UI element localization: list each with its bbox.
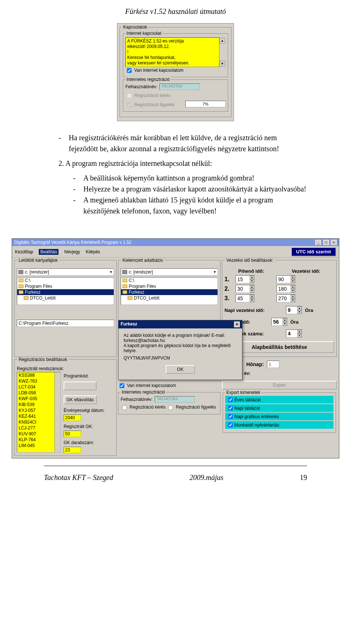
up-icon[interactable]: ▲ bbox=[291, 276, 295, 279]
exp-grafikus[interactable]: Napi grafikus értékelés bbox=[225, 413, 333, 420]
felhasznalonev-input[interactable]: TACHOTAX bbox=[159, 83, 200, 90]
dash-icon: - bbox=[58, 132, 63, 154]
list-item[interactable]: KIB-539 bbox=[17, 402, 60, 407]
bullet-2: Helyezze be a program vásárlaskor kapott… bbox=[83, 183, 307, 194]
folder-icon bbox=[24, 296, 29, 300]
exp-munkaido[interactable]: Munkaidő nyilvántartás bbox=[225, 421, 333, 429]
folder-c[interactable]: C:\ bbox=[25, 278, 30, 283]
regk-checkbox-2[interactable] bbox=[122, 405, 127, 410]
list-item[interactable]: KLP-764 bbox=[17, 437, 60, 443]
list-item[interactable]: KSS388 bbox=[17, 372, 60, 378]
regk-label-2: Regisztráció kérés bbox=[129, 405, 166, 410]
van-internet-checkbox[interactable] bbox=[127, 68, 132, 73]
utc-button[interactable]: UTC idő szerint bbox=[291, 247, 336, 256]
message-box: A FÜRKÉSZ 1.52-es verziója elkészült! 20… bbox=[125, 37, 219, 67]
van-internet-check-2[interactable]: Van internet kapcsolatom bbox=[118, 382, 220, 389]
down-icon[interactable]: ▼ bbox=[291, 279, 295, 283]
reggk-label: Regisztrált GK: bbox=[64, 424, 107, 429]
vezetesi-1-input[interactable]: 90▲▼ bbox=[276, 275, 295, 283]
maximize-icon[interactable]: □ bbox=[323, 240, 329, 245]
minimize-icon[interactable]: _ bbox=[315, 240, 321, 245]
scroll-up-icon[interactable]: ▲ bbox=[219, 38, 225, 44]
scroll-down-icon[interactable]: ▼ bbox=[219, 61, 225, 67]
dialog-close-icon[interactable]: × bbox=[234, 321, 240, 327]
folder-list-mid[interactable]: C:\ Program Files Furkesz DTCO_Letölt bbox=[121, 277, 218, 305]
list-item[interactable]: LCJ-277 bbox=[17, 425, 60, 431]
internetes-reg-label-2: Internetes regisztráció bbox=[121, 390, 166, 395]
erveny-label: Érvényességi dátum: bbox=[64, 408, 107, 413]
list-item[interactable]: KUV-907 bbox=[17, 431, 60, 437]
regf-checkbox-2[interactable] bbox=[168, 405, 173, 410]
internetes-reg-group-2: Internetes regisztráció Felhasználónév: … bbox=[118, 392, 220, 414]
msg-line: ! bbox=[127, 49, 218, 55]
regk-check-2[interactable]: Regisztráció kérés bbox=[121, 405, 167, 410]
dash-icon: - bbox=[73, 172, 78, 183]
list-item[interactable]: LCT-034 bbox=[17, 384, 60, 390]
piheno-3-input[interactable]: 45▲▼ bbox=[235, 294, 254, 302]
list-item[interactable]: KWZ-763 bbox=[17, 378, 60, 384]
down-icon[interactable]: ▼ bbox=[250, 279, 254, 283]
panel-regisztracios-title: Regisztrációs beállítások bbox=[18, 357, 68, 362]
menu-nevjegy[interactable]: Névjegy bbox=[64, 249, 80, 254]
drive-dropdown-left[interactable]: c: [rendszer] ▼ bbox=[17, 268, 114, 276]
list-item[interactable]: LDB-058 bbox=[17, 390, 60, 396]
gkdb-value: 23 bbox=[64, 447, 81, 453]
exp-napi[interactable]: Napi táblázat bbox=[225, 404, 333, 412]
paragraph-1: Ha regisztrációkérés már korábban el let… bbox=[69, 132, 307, 154]
piheno-1-input[interactable]: 15▲▼ bbox=[235, 275, 254, 283]
folder-icon bbox=[19, 290, 23, 294]
scrollbar[interactable] bbox=[54, 372, 60, 452]
panel-letoltott-title: Letöltött kártyafájlok bbox=[18, 258, 59, 263]
hetek-input[interactable]: 4▲▼ bbox=[286, 330, 302, 338]
footer-page-number: 19 bbox=[300, 473, 307, 482]
folder-dtco[interactable]: DTCO_Letölt bbox=[30, 295, 56, 301]
close-icon[interactable]: × bbox=[331, 240, 337, 245]
regisztralt-rendszamok-list[interactable]: KSS388 KWZ-763 LCT-034 LDB-058 KWF-035 K… bbox=[17, 372, 61, 453]
row-num-3: 3. bbox=[224, 295, 232, 302]
van-internet-check[interactable]: Van internet kapcsolatom bbox=[125, 68, 184, 73]
internetes-regisztracio-group: Internetes regisztráció Felhasználónév: … bbox=[123, 79, 228, 112]
list-item[interactable]: KN924CI bbox=[17, 419, 60, 425]
folder-furkesz[interactable]: Furkesz bbox=[25, 290, 41, 295]
ezetesi-input[interactable]: 56▲▼ bbox=[271, 318, 287, 326]
felhasznalonev-label: Felhasználónév: bbox=[125, 84, 157, 89]
list-item[interactable]: KYJ-057 bbox=[17, 407, 60, 413]
folder-furkesz[interactable]: Furkesz bbox=[129, 290, 144, 295]
van-internet-checkbox-2[interactable] bbox=[120, 383, 124, 388]
folder-c[interactable]: C:\ bbox=[129, 278, 134, 283]
programkod-button[interactable] bbox=[64, 381, 97, 390]
chevron-down-icon: ▼ bbox=[109, 270, 113, 274]
exp-eves[interactable]: Éves táblázat bbox=[225, 396, 333, 403]
regisztracio-figyeles-checkbox bbox=[127, 103, 132, 107]
page-footer: Tachotax KFT – Szeged 2009.május 19 bbox=[0, 468, 351, 489]
menu-kilepes[interactable]: Kilépés bbox=[86, 249, 100, 254]
gk-eltavolitas-button[interactable]: GK eltávolítás bbox=[64, 395, 97, 404]
napi-vez-input[interactable]: 9▲▼ bbox=[286, 306, 302, 314]
up-icon[interactable]: ▲ bbox=[250, 276, 254, 279]
regf-check-2[interactable]: Regisztráció figyelés bbox=[167, 405, 216, 410]
list-item[interactable]: KEZ-641 bbox=[17, 413, 60, 419]
screenshot-kapcsolatok: Kapcsolatok Internet kapcsolat A FÜRKÉSZ… bbox=[117, 23, 234, 121]
list-item[interactable]: LIM-045 bbox=[17, 443, 60, 448]
menu-beallitas[interactable]: Beállítás bbox=[39, 249, 58, 255]
folder-list-left[interactable]: C:\ Program Files Furkesz DTCO_Letölt bbox=[17, 277, 114, 305]
piheno-2-input[interactable]: 30▲▼ bbox=[235, 285, 254, 293]
fh-input[interactable]: TACHOTAX bbox=[155, 396, 195, 403]
panel-kielemzett-title: Kielemzett adatbázis bbox=[121, 258, 164, 263]
row-num-2: 2. bbox=[224, 286, 232, 292]
folder-dtco[interactable]: DTCO_Letölt bbox=[134, 295, 159, 301]
drive-dropdown-mid[interactable]: c: [rendszer] ▼ bbox=[121, 268, 218, 276]
folder-program-files[interactable]: Program Files bbox=[129, 284, 156, 289]
ok-button[interactable]: OK bbox=[166, 365, 195, 374]
regisztracio-figyeles-label: Regisztráció figyelés bbox=[134, 102, 174, 107]
menu-kezdolap[interactable]: Kezdőlap bbox=[15, 249, 33, 254]
list-item[interactable]: KWF-035 bbox=[17, 396, 60, 402]
vezetesi-3-input[interactable]: 270▲▼ bbox=[276, 294, 295, 302]
internetes-regisztracio-label: Internetes regisztráció bbox=[125, 77, 171, 82]
vezetesi-2-input[interactable]: 180▲▼ bbox=[276, 285, 295, 293]
export-button[interactable]: Export bbox=[222, 381, 337, 390]
napi-vez-label: Napi vezetési idő: bbox=[224, 308, 283, 313]
folder-program-files[interactable]: Program Files bbox=[25, 284, 52, 289]
screenshot-app-window: Digitális Tachográf Vezetői Kártya Kiért… bbox=[12, 238, 339, 458]
chevron-down-icon: ▼ bbox=[213, 270, 216, 274]
